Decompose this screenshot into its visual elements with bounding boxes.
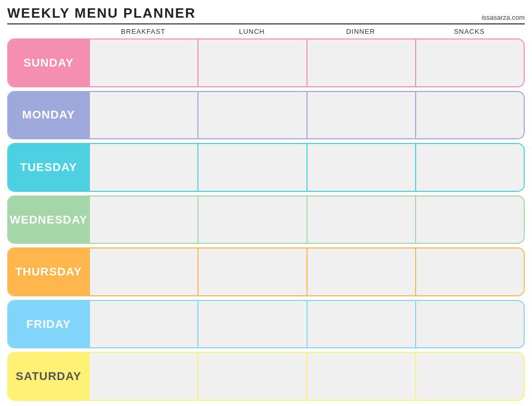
column-headers: Breakfast Lunch Dinner Snacks — [7, 28, 525, 35]
wednesday-dinner[interactable] — [307, 197, 415, 243]
row-thursday: Thursday — [7, 247, 525, 296]
wednesday-snacks[interactable] — [415, 197, 524, 243]
wednesday-lunch[interactable] — [197, 197, 306, 243]
tuesday-snacks[interactable] — [415, 144, 524, 191]
row-wednesday: Wednesday — [7, 195, 525, 244]
page: Weekly Menu Planner issasarza.com Breakf… — [0, 0, 532, 406]
header: Weekly Menu Planner issasarza.com — [7, 5, 525, 24]
friday-dinner[interactable] — [307, 301, 415, 348]
wednesday-breakfast[interactable] — [89, 197, 197, 243]
sunday-breakfast[interactable] — [89, 40, 197, 86]
saturday-snacks[interactable] — [415, 353, 524, 400]
tuesday-breakfast[interactable] — [89, 144, 197, 191]
col-dinner: Dinner — [307, 28, 415, 35]
saturday-lunch[interactable] — [197, 353, 306, 400]
col-lunch: Lunch — [197, 28, 306, 35]
label-monday: Monday — [8, 92, 89, 139]
label-thursday: Thursday — [8, 248, 89, 295]
saturday-dinner[interactable] — [307, 353, 415, 400]
monday-snacks[interactable] — [415, 92, 524, 139]
row-sunday: Sunday — [7, 38, 525, 87]
page-title: Weekly Menu Planner — [7, 5, 196, 21]
friday-lunch[interactable] — [197, 301, 306, 348]
website-label: issasarza.com — [482, 14, 525, 21]
row-tuesday: Tuesday — [7, 143, 525, 192]
sunday-lunch[interactable] — [197, 40, 306, 86]
monday-dinner[interactable] — [307, 92, 415, 139]
thursday-lunch[interactable] — [197, 248, 306, 295]
col-snacks: Snacks — [415, 28, 524, 35]
label-sunday: Sunday — [8, 40, 89, 86]
days-container: Sunday Monday Tuesday Wednesday — [7, 38, 525, 401]
friday-snacks[interactable] — [415, 301, 524, 348]
row-saturday: Saturday — [7, 352, 525, 401]
label-friday: Friday — [8, 301, 89, 348]
label-tuesday: Tuesday — [8, 144, 89, 191]
sunday-dinner[interactable] — [307, 40, 415, 86]
monday-lunch[interactable] — [197, 92, 306, 139]
col-breakfast: Breakfast — [89, 28, 197, 35]
row-monday: Monday — [7, 91, 525, 140]
tuesday-dinner[interactable] — [307, 144, 415, 191]
thursday-snacks[interactable] — [415, 248, 524, 295]
sunday-snacks[interactable] — [415, 40, 524, 86]
row-friday: Friday — [7, 300, 525, 349]
label-wednesday: Wednesday — [8, 197, 89, 243]
thursday-breakfast[interactable] — [89, 248, 197, 295]
monday-breakfast[interactable] — [89, 92, 197, 139]
thursday-dinner[interactable] — [307, 248, 415, 295]
label-saturday: Saturday — [8, 353, 89, 400]
tuesday-lunch[interactable] — [197, 144, 306, 191]
saturday-breakfast[interactable] — [89, 353, 197, 400]
friday-breakfast[interactable] — [89, 301, 197, 348]
